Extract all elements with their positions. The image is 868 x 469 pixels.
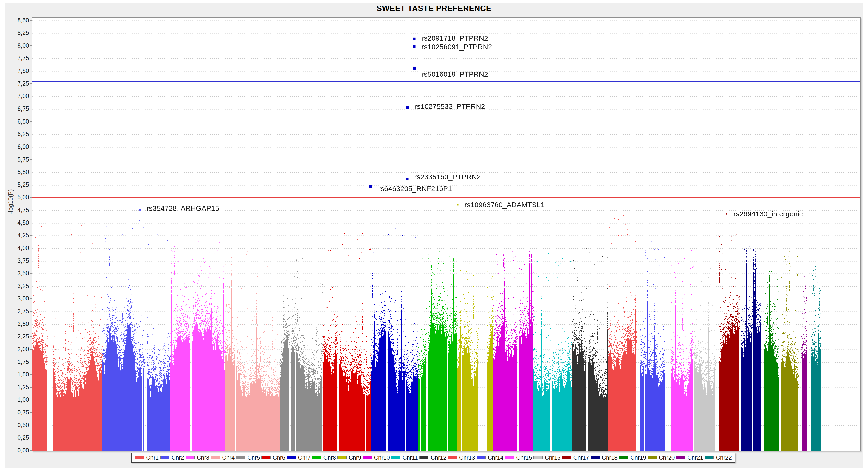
legend-item-chr4: Chr4 bbox=[211, 455, 235, 461]
legend-label: Chr15 bbox=[516, 455, 532, 461]
legend-label: Chr13 bbox=[459, 455, 475, 461]
legend-label: Chr22 bbox=[716, 455, 732, 461]
legend-label: Chr12 bbox=[431, 455, 446, 461]
legend-item-chr20: Chr20 bbox=[648, 455, 675, 461]
legend-color-swatch bbox=[591, 456, 600, 459]
legend-item-chr11: Chr11 bbox=[391, 455, 418, 461]
legend-label: Chr7 bbox=[298, 455, 310, 461]
y-tick-label: 4,75 bbox=[5, 207, 29, 213]
legend-label: Chr6 bbox=[273, 455, 285, 461]
y-tick-label: 4,25 bbox=[5, 232, 29, 238]
legend-color-swatch bbox=[533, 456, 542, 459]
y-tick-label: 1,75 bbox=[5, 359, 29, 365]
snp-annotation-label: rs10275533_PTPRN2 bbox=[414, 102, 485, 110]
legend-color-swatch bbox=[391, 456, 400, 459]
y-tick-label: 0,00 bbox=[5, 447, 29, 453]
snp-annotation-label: rs10963760_ADAMTSL1 bbox=[465, 201, 545, 209]
legend-item-chr2: Chr2 bbox=[160, 455, 184, 461]
manhattan-plot-figure: SWEET TASTE PREFERENCE -log10(P) 8,508,2… bbox=[0, 0, 868, 469]
y-tick-label: 1,00 bbox=[5, 397, 29, 403]
legend-label: Chr1 bbox=[146, 455, 159, 461]
y-tick-label: 8,50 bbox=[5, 17, 29, 23]
legend-label: Chr11 bbox=[403, 455, 418, 461]
y-tick-label: 1,25 bbox=[5, 384, 29, 390]
legend-label: Chr2 bbox=[172, 455, 184, 461]
y-tick-label: 3,75 bbox=[5, 258, 29, 264]
y-tick-label: 7,25 bbox=[5, 80, 29, 87]
legend-item-chr16: Chr16 bbox=[533, 455, 560, 461]
y-tick-label: 5,50 bbox=[5, 169, 29, 175]
y-tick-label: 2,50 bbox=[5, 321, 29, 327]
y-tick-label: 7,50 bbox=[5, 67, 29, 74]
manhattan-scatter-canvas bbox=[32, 18, 860, 451]
legend-color-swatch bbox=[676, 456, 685, 459]
legend-color-swatch bbox=[287, 456, 296, 459]
y-tick-label: 4,50 bbox=[5, 219, 29, 226]
legend-item-chr7: Chr7 bbox=[287, 455, 310, 461]
y-tick-label: 2,25 bbox=[5, 333, 29, 340]
y-tick-label: 8,00 bbox=[5, 42, 29, 49]
y-tick-label: 1,50 bbox=[5, 371, 29, 377]
legend-label: Chr5 bbox=[248, 455, 260, 461]
legend-item-chr1: Chr1 bbox=[135, 455, 159, 461]
snp-annotation-label: rs354728_ARHGAP15 bbox=[147, 205, 219, 212]
legend-label: Chr4 bbox=[222, 455, 235, 461]
legend-item-chr13: Chr13 bbox=[448, 455, 475, 461]
legend-label: Chr17 bbox=[574, 455, 589, 461]
legend-color-swatch bbox=[160, 456, 169, 459]
y-tick-label: 3,50 bbox=[5, 270, 29, 276]
legend-label: Chr14 bbox=[488, 455, 503, 461]
legend-color-swatch bbox=[337, 456, 346, 459]
snp-annotation-label: rs6463205_RNF216P1 bbox=[378, 185, 452, 193]
y-tick-label: 6,50 bbox=[5, 118, 29, 124]
legend-label: Chr19 bbox=[630, 455, 646, 461]
y-tick-label: 8,25 bbox=[5, 30, 29, 36]
y-tick-label: 0,75 bbox=[5, 409, 29, 415]
y-tick-label: 6,25 bbox=[5, 131, 29, 137]
snp-annotation-label: rs5016019_PTPRN2 bbox=[422, 70, 488, 78]
legend-color-swatch bbox=[186, 456, 195, 459]
legend-item-chr18: Chr18 bbox=[591, 455, 618, 461]
snp-annotation-label: rs2091718_PTPRN2 bbox=[422, 34, 488, 42]
legend-label: Chr8 bbox=[323, 455, 336, 461]
legend-color-swatch bbox=[211, 456, 220, 459]
y-tick-label: 7,00 bbox=[5, 93, 29, 99]
legend-color-swatch bbox=[135, 456, 144, 459]
y-tick-label: 5,75 bbox=[5, 156, 29, 163]
legend-item-chr14: Chr14 bbox=[476, 455, 503, 461]
y-tick-label: 3,25 bbox=[5, 283, 29, 289]
legend-item-chr3: Chr3 bbox=[186, 455, 209, 461]
legend-color-swatch bbox=[619, 456, 628, 459]
legend-item-chr5: Chr5 bbox=[236, 455, 260, 461]
y-tick-label: 3,00 bbox=[5, 295, 29, 301]
legend-color-swatch bbox=[476, 456, 486, 459]
legend-color-swatch bbox=[312, 456, 321, 459]
y-tick-label: 2,00 bbox=[5, 346, 29, 352]
snp-annotation-label: rs2335160_PTPRN2 bbox=[414, 173, 481, 181]
legend-item-chr12: Chr12 bbox=[419, 455, 446, 461]
legend-color-swatch bbox=[562, 456, 571, 459]
legend-item-chr19: Chr19 bbox=[619, 455, 646, 461]
legend-item-chr22: Chr22 bbox=[705, 455, 732, 461]
y-tick-label: 2,75 bbox=[5, 308, 29, 314]
legend-item-chr10: Chr10 bbox=[363, 455, 390, 461]
legend-color-swatch bbox=[505, 456, 514, 459]
y-tick-label: 0,50 bbox=[5, 422, 29, 428]
legend-label: Chr20 bbox=[659, 455, 675, 461]
legend-label: Chr18 bbox=[602, 455, 618, 461]
legend-color-swatch bbox=[448, 456, 457, 459]
y-tick-label: 6,75 bbox=[5, 106, 29, 112]
y-tick-label: 6,00 bbox=[5, 144, 29, 150]
chromosome-legend: Chr1Chr2Chr3Chr4Chr5Chr6Chr7Chr8Chr9Chr1… bbox=[131, 453, 735, 463]
plot-area: rs2091718_PTPRN2rs10256091_PTPRN2rs50160… bbox=[32, 17, 861, 451]
legend-color-swatch bbox=[261, 456, 271, 459]
legend-label: Chr9 bbox=[349, 455, 361, 461]
legend-item-chr15: Chr15 bbox=[505, 455, 532, 461]
legend-color-swatch bbox=[236, 456, 245, 459]
snp-annotation-label: rs10256091_PTPRN2 bbox=[422, 43, 492, 51]
legend-label: Chr3 bbox=[197, 455, 209, 461]
legend-color-swatch bbox=[648, 456, 657, 459]
y-tick-label: 7,75 bbox=[5, 55, 29, 61]
legend-item-chr9: Chr9 bbox=[337, 455, 361, 461]
y-tick-label: 0,25 bbox=[5, 434, 29, 441]
